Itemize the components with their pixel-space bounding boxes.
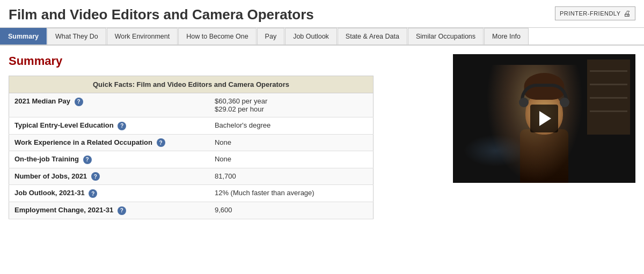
help-icon-work-experience[interactable]: ? bbox=[157, 138, 165, 147]
table-row: 2021 Median Pay ? $60,360 per year$29.02… bbox=[9, 93, 374, 117]
quick-facts-table: Quick Facts: Film and Video Editors and … bbox=[9, 76, 374, 219]
table-row: Work Experience in a Related Occupation … bbox=[9, 134, 374, 151]
left-panel: Summary Quick Facts: Film and Video Edit… bbox=[9, 54, 442, 219]
row-label-number-of-jobs: Number of Jobs, 2021 ? bbox=[9, 168, 209, 185]
tab-summary[interactable]: Summary bbox=[0, 28, 47, 45]
main-content: Summary Quick Facts: Film and Video Edit… bbox=[0, 46, 644, 227]
tab-how-to-become-one[interactable]: How to Become One bbox=[178, 28, 256, 45]
right-panel bbox=[453, 54, 635, 183]
row-value-median-pay: $60,360 per year$29.02 per hour bbox=[209, 93, 374, 117]
video-thumbnail[interactable] bbox=[453, 54, 635, 183]
help-icon-median-pay[interactable]: ? bbox=[75, 98, 83, 106]
tab-work-environment[interactable]: Work Environment bbox=[107, 28, 178, 45]
tab-similar-occupations[interactable]: Similar Occupations bbox=[408, 28, 484, 45]
tab-job-outlook[interactable]: Job Outlook bbox=[285, 28, 337, 45]
row-value-work-experience: None bbox=[209, 134, 374, 151]
row-value-number-of-jobs: 81,700 bbox=[209, 168, 374, 185]
tab-more-info[interactable]: More Info bbox=[484, 28, 529, 45]
row-label-employment-change: Employment Change, 2021-31 ? bbox=[9, 202, 209, 219]
scene-headphones bbox=[521, 84, 568, 100]
row-label-median-pay: 2021 Median Pay ? bbox=[9, 93, 209, 117]
tab-what-they-do[interactable]: What They Do bbox=[47, 28, 106, 45]
scene-shelf bbox=[587, 60, 630, 135]
table-row: Number of Jobs, 2021 ? 81,700 bbox=[9, 168, 374, 185]
printer-friendly-button[interactable]: PRINTER-FRIENDLY 🖨 bbox=[555, 6, 635, 20]
help-icon-education[interactable]: ? bbox=[118, 122, 126, 130]
row-value-employment-change: 9,600 bbox=[209, 202, 374, 219]
tabs-navigation: Summary What They Do Work Environment Ho… bbox=[0, 28, 644, 46]
row-label-job-outlook: Job Outlook, 2021-31 ? bbox=[9, 185, 209, 202]
printer-friendly-label: PRINTER-FRIENDLY bbox=[560, 10, 621, 17]
page-title: Film and Video Editors and Camera Operat… bbox=[9, 6, 314, 23]
row-label-work-experience: Work Experience in a Related Occupation … bbox=[9, 134, 209, 151]
help-icon-employment-change[interactable]: ? bbox=[118, 206, 126, 215]
help-icon-number-of-jobs[interactable]: ? bbox=[91, 172, 100, 181]
section-title: Summary bbox=[9, 54, 442, 68]
play-triangle-icon bbox=[539, 111, 551, 126]
page-header: Film and Video Editors and Camera Operat… bbox=[0, 0, 644, 28]
tab-pay[interactable]: Pay bbox=[257, 28, 285, 45]
printer-icon: 🖨 bbox=[623, 9, 631, 18]
table-row: On-the-job Training ? None bbox=[9, 151, 374, 168]
video-play-button[interactable] bbox=[530, 105, 558, 132]
row-value-education: Bachelor's degree bbox=[209, 117, 374, 135]
table-header-row: Quick Facts: Film and Video Editors and … bbox=[9, 76, 374, 93]
row-value-ojt: None bbox=[209, 151, 374, 168]
table-row: Job Outlook, 2021-31 ? 12% (Much faster … bbox=[9, 185, 374, 202]
help-icon-job-outlook[interactable]: ? bbox=[89, 189, 97, 198]
row-label-education: Typical Entry-Level Education ? bbox=[9, 117, 209, 135]
table-row: Employment Change, 2021-31 ? 9,600 bbox=[9, 202, 374, 219]
table-row: Typical Entry-Level Education ? Bachelor… bbox=[9, 117, 374, 135]
row-label-ojt: On-the-job Training ? bbox=[9, 151, 209, 168]
row-value-job-outlook: 12% (Much faster than average) bbox=[209, 185, 374, 202]
tab-state-area-data[interactable]: State & Area Data bbox=[338, 28, 407, 45]
table-header-cell: Quick Facts: Film and Video Editors and … bbox=[9, 76, 374, 93]
help-icon-ojt[interactable]: ? bbox=[83, 155, 92, 164]
